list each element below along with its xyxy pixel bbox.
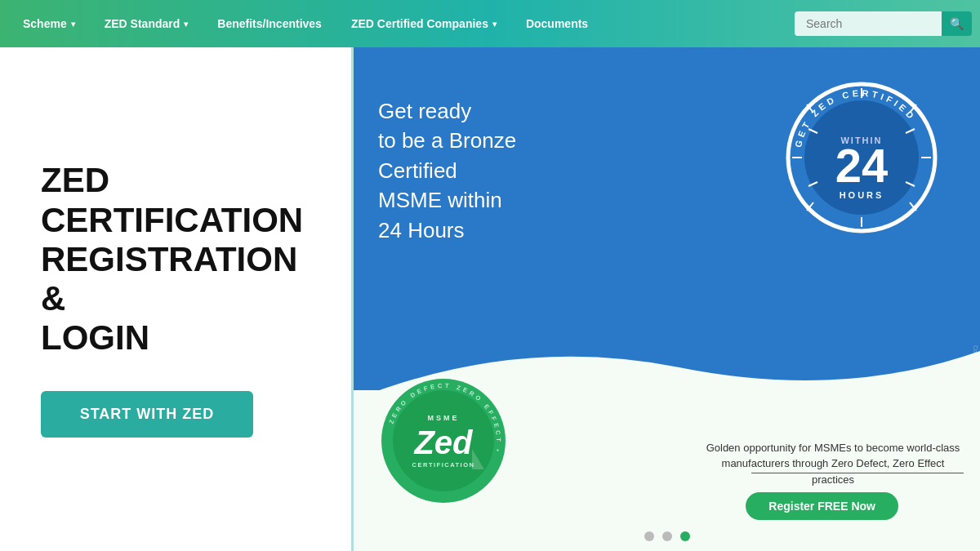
clock-badge: GET ZED CERTIFIED WITHIN 24 HOURS — [784, 80, 939, 235]
svg-text:Zed: Zed — [413, 424, 474, 460]
slide-text-line5: 24 Hours — [378, 218, 465, 242]
carousel-dot-3[interactable] — [680, 531, 690, 541]
nav-label-benefits: Benefits/Incentives — [217, 17, 322, 30]
navigation-bar: Scheme ▾ ZED Standard ▾ Benefits/Incenti… — [0, 0, 980, 47]
search-input[interactable] — [795, 11, 942, 36]
carousel-dot-2[interactable] — [662, 531, 672, 541]
svg-text:CERTIFICATION: CERTIFICATION — [412, 461, 475, 469]
nav-item-zed-standard[interactable]: ZED Standard ▾ — [90, 0, 203, 47]
bottom-description: Golden opportunity for MSMEs to become w… — [706, 442, 960, 486]
main-heading: ZED CERTIFICATION REGISTRATION & LOGIN — [41, 161, 318, 358]
zed-logo-svg: ZERO DEFECT ZERO EFFECT • MSME Zed CERTI… — [378, 375, 509, 506]
carousel-dot-1[interactable] — [644, 531, 654, 541]
zed-logo-circle: ZERO DEFECT ZERO EFFECT • MSME Zed CERTI… — [378, 375, 509, 506]
title-line4: LOGIN — [41, 318, 149, 357]
chevron-down-icon: ▾ — [184, 20, 188, 29]
carousel-panel: Get ready to be a Bronze Certified MSME … — [351, 47, 980, 551]
clock-svg: GET ZED CERTIFIED WITHIN 24 HOURS — [784, 80, 939, 235]
slide-text-line3: Certified — [378, 158, 457, 183]
slide-text-line4: MSME within — [378, 188, 502, 212]
nav-item-documents[interactable]: Documents — [511, 0, 603, 47]
register-free-button[interactable]: Register FREE Now — [746, 492, 898, 520]
nav-item-benefits[interactable]: Benefits/Incentives — [203, 0, 336, 47]
nav-item-zed-certified[interactable]: ZED Certified Companies ▾ — [336, 0, 511, 47]
carousel-slide: Get ready to be a Bronze Certified MSME … — [354, 47, 980, 551]
nav-label-documents: Documents — [526, 17, 588, 30]
title-line1: ZED — [41, 161, 109, 199]
search-button[interactable]: 🔍 — [942, 11, 972, 36]
slide-text-line2: to be a Bronze — [378, 128, 516, 153]
carousel-dots — [644, 531, 690, 541]
left-panel: ZED CERTIFICATION REGISTRATION & LOGIN S… — [0, 47, 351, 551]
nav-item-scheme[interactable]: Scheme ▾ — [8, 0, 90, 47]
title-line3: REGISTRATION & — [41, 240, 297, 318]
slide-bottom-text: Golden opportunity for MSMEs to become w… — [702, 440, 964, 488]
svg-text:MSME: MSME — [428, 414, 460, 422]
start-with-zed-button[interactable]: START WITH ZED — [41, 391, 253, 438]
svg-text:24: 24 — [835, 139, 889, 192]
search-icon: 🔍 — [950, 17, 964, 30]
slide-text-line1: Get ready — [378, 99, 471, 123]
divider-line — [751, 473, 964, 473]
nav-label-scheme: Scheme — [23, 17, 67, 30]
watermark-text: Conditions Apply — [973, 345, 978, 388]
chevron-down-icon: ▾ — [492, 20, 497, 29]
nav-label-zed-standard: ZED Standard — [105, 17, 180, 30]
nav-label-zed-certified: ZED Certified Companies — [351, 17, 488, 30]
slide-main-text: Get ready to be a Bronze Certified MSME … — [378, 96, 516, 245]
chevron-down-icon: ▾ — [71, 20, 75, 29]
svg-text:HOURS: HOURS — [840, 190, 884, 200]
search-container: 🔍 — [795, 11, 972, 36]
title-line2: CERTIFICATION — [41, 201, 303, 239]
main-content: ZED CERTIFICATION REGISTRATION & LOGIN S… — [0, 47, 980, 551]
